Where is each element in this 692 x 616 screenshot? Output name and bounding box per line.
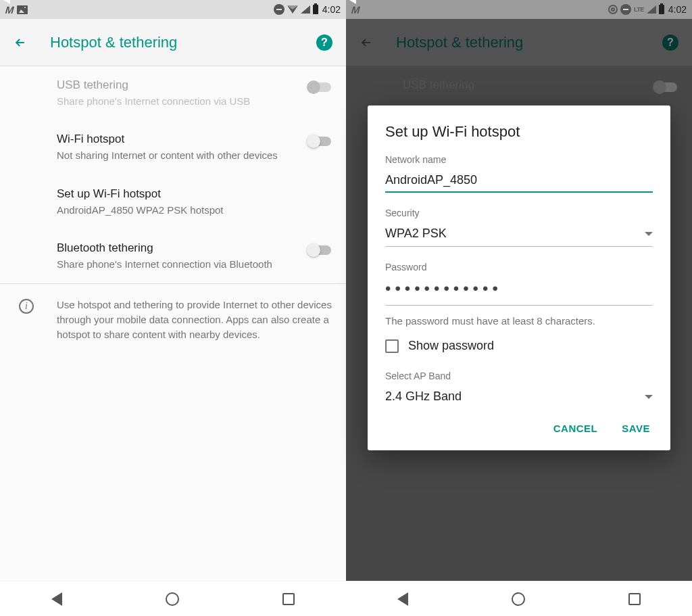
setting-subtitle: Share phone's Internet connection via US… [57,95,332,108]
setting-subtitle: AndroidAP_4850 WPA2 PSK hotspot [57,204,332,217]
battery-icon [659,5,664,14]
wifi-icon [287,5,298,14]
field-label: Security [385,208,653,218]
field-ap-band: Select AP Band 2.4 GHz Band [385,371,653,409]
status-bar-left: M 4:02 [0,0,346,19]
setting-title: Set up Wi-Fi hotspot [57,187,332,201]
select-value: WPA2 PSK [385,227,645,241]
setting-title: Bluetooth tethering [57,241,332,255]
setting-setup-hotspot[interactable]: Set up Wi-Fi hotspot AndroidAP_4850 WPA2… [0,175,346,229]
help-icon[interactable]: ? [316,34,332,51]
nav-back-icon[interactable] [51,592,62,606]
clock: 4:02 [322,4,341,15]
signal-icon [647,5,656,14]
setting-subtitle: Share phone's Internet connection via Bl… [57,258,332,271]
security-select[interactable]: WPA2 PSK [385,224,653,247]
clock: 4:02 [668,4,687,15]
toggle-wifi-hotspot[interactable] [308,137,331,146]
select-value: 2.4 GHz Band [385,389,645,404]
setting-subtitle: Not sharing Internet or content with oth… [57,149,332,162]
nav-bar [346,581,692,616]
battery-icon [313,5,318,14]
info-row: i Use hotspot and tethering to provide I… [0,283,346,355]
toggle-bluetooth[interactable] [308,245,331,255]
info-text: Use hotspot and tethering to provide Int… [57,298,332,341]
lte-indicator: LTE [634,6,644,13]
nav-recent-icon[interactable] [282,593,295,605]
nav-home-icon[interactable] [166,592,179,606]
cancel-button[interactable]: CANCEL [551,416,601,441]
app-bar: Hotspot & tethering ? [0,19,346,66]
picture-icon [17,5,28,14]
nav-back-icon[interactable] [397,592,408,606]
toggle-usb [308,82,331,92]
show-password-checkbox[interactable] [385,339,399,353]
phone-left: M 4:02 Hotspot & tethering ? USB tetheri… [0,0,346,616]
chevron-down-icon [645,395,653,399]
nav-recent-icon[interactable] [628,593,641,605]
setup-hotspot-dialog: Set up Wi-Fi hotspot Network name Securi… [368,105,670,450]
app-notification-icon: M [351,4,360,16]
field-network-name: Network name [385,154,653,193]
page-title: Hotspot & tethering [50,34,177,51]
field-password: Password •••••••••••• [385,262,653,306]
show-password-row[interactable]: Show password [385,339,653,353]
do-not-disturb-icon [274,4,285,15]
status-bar-right: M LTE 4:02 [346,0,692,19]
dialog-title: Set up Wi-Fi hotspot [385,123,653,141]
app-notification-icon: M [5,4,14,16]
field-label: Select AP Band [385,371,653,381]
nav-home-icon[interactable] [512,592,525,606]
signal-icon [301,5,310,14]
nav-bar [0,581,346,616]
ap-band-select[interactable]: 2.4 GHz Band [385,387,653,409]
hotspot-indicator-icon [608,5,618,14]
save-button[interactable]: SAVE [619,416,653,441]
back-icon[interactable] [14,36,27,49]
chevron-down-icon [645,232,653,236]
setting-usb-tethering: USB tethering Share phone's Internet con… [0,66,346,120]
setting-wifi-hotspot[interactable]: Wi-Fi hotspot Not sharing Internet or co… [0,120,346,174]
password-input[interactable]: •••••••••••• [385,278,653,306]
info-icon: i [19,299,34,314]
dialog-actions: CANCEL SAVE [385,416,653,441]
do-not-disturb-icon [620,4,631,15]
field-label: Network name [385,154,653,165]
setting-title: USB tethering [57,78,332,92]
setting-title: Wi-Fi hotspot [57,133,332,146]
setting-bluetooth-tethering[interactable]: Bluetooth tethering Share phone's Intern… [0,229,346,283]
phone-right: M LTE 4:02 Hotspot & tethering ? USB tet… [346,0,692,616]
field-security: Security WPA2 PSK [385,208,653,247]
settings-list: USB tethering Share phone's Internet con… [0,66,346,581]
field-label: Password [385,262,653,273]
password-hint: The password must have at least 8 charac… [385,315,653,327]
network-name-input[interactable] [385,170,653,193]
show-password-label: Show password [408,339,494,353]
